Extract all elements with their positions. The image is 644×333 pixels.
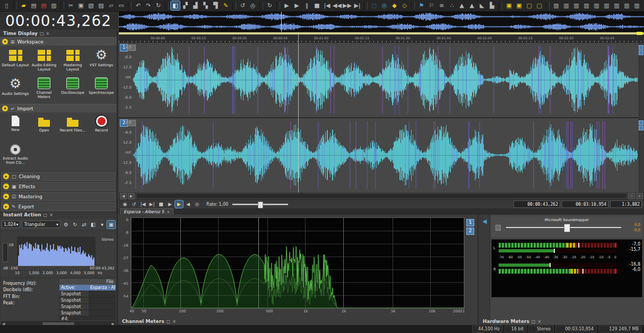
cut-icon[interactable]: ✂ [66,1,75,10]
save-as-icon[interactable]: ▤ [39,1,48,10]
lock-time-icon[interactable]: ▢ [535,1,544,10]
mastering-layout[interactable]: Mastering Layout [59,47,86,75]
sound-device-icon[interactable]: ▥ [602,1,611,10]
stop-icon[interactable]: ■ [312,1,321,10]
section-effects[interactable]: ▸▣Effects [1,182,116,191]
event-tool-icon[interactable]: ◇ [400,1,409,10]
open[interactable]: Open [30,114,58,142]
crossfade-icon[interactable]: ∴ [447,1,456,10]
scroll-track[interactable] [136,193,627,199]
save-all-icon[interactable]: ▥ [49,1,58,10]
repeat-icon[interactable]: ↻ [154,1,163,10]
channel-meters[interactable]: Channel Meters [30,76,58,103]
fft-size-select[interactable]: 1,024▾ [2,221,20,228]
zoom-in-time-button[interactable]: + [636,193,643,199]
select-start-icon[interactable]: ▲ [457,1,466,10]
chevron-down-icon[interactable]: ▾ [2,106,8,111]
chevron-right-icon[interactable]: ▸ [3,183,9,189]
workspace-section-header[interactable]: ▾ ⊞ Workspace [0,37,117,46]
audio-editing-layout[interactable]: Audio Editing Layout [30,47,58,75]
speaker-icon[interactable]: ◀ [482,218,486,325]
refresh-icon[interactable]: ↻ [265,1,274,10]
new-file-icon[interactable]: ▯ [2,1,11,10]
shuttle-icon[interactable]: ◎ [248,1,257,10]
phase-scope-icon[interactable]: ▥ [572,1,581,10]
close-icon[interactable]: × [49,213,53,217]
spectrum-graph-canvas[interactable] [17,236,95,266]
extract-audio-from-cd[interactable]: Extract Audio from CD... [2,143,29,170]
lock-loop-icon[interactable]: ▣ [504,1,514,10]
section-mastering[interactable]: ▸☑Mastering [1,192,116,201]
chevron-right-icon[interactable]: ▸ [3,194,9,199]
time-display-tab[interactable]: Time Display □ × [0,30,117,37]
close-icon[interactable]: × [46,31,50,36]
hold-peaks-icon[interactable]: ◧ [89,221,97,229]
record-icon[interactable]: ◉ [121,200,129,208]
lock-markers-icon[interactable]: ▣ [515,1,524,10]
loop-region-bar[interactable] [119,32,644,34]
mute-icon[interactable]: ◀ [184,200,192,208]
rate-slider[interactable] [232,204,288,205]
play-plugin-chain-icon[interactable]: ▶ [175,200,183,208]
play-icon[interactable]: ▶ [292,1,301,10]
loop-region-end-marker[interactable] [637,32,642,35]
resample-icon[interactable]: ▞ [181,1,190,10]
undo-icon[interactable]: ↶ [134,1,143,10]
lock-icon[interactable]: ▣ [107,221,115,229]
close-icon[interactable]: × [167,210,170,214]
table-row[interactable]: Snapshot #3: [59,304,116,310]
channel-1-button[interactable]: 1 [466,219,474,226]
zoom-tool-icon[interactable]: ◌ [370,1,379,10]
new[interactable]: New [2,114,29,142]
audio-settings[interactable]: Audio Settings [2,76,29,103]
magnify-selection-icon[interactable]: ◎ [380,1,389,10]
sync-channels-icon[interactable]: ⇄ [80,221,88,229]
waveform-canvas-1[interactable] [133,45,638,115]
recent-files[interactable]: Recent Files... [59,114,86,142]
section-export[interactable]: ▸✎Export [1,202,116,211]
output-gain-handle[interactable] [564,224,570,232]
record[interactable]: Record [88,114,115,142]
go-to-end-icon[interactable]: ▶| [148,200,156,208]
output-gain-slider[interactable] [506,227,621,228]
spectral-edit-icon[interactable]: ▜ [211,1,220,10]
open-icon[interactable]: ▰ [19,1,28,10]
zoom-in-vertical-button[interactable] [639,45,643,50]
auto-ripple-icon[interactable]: ≡ [437,1,446,10]
channel-meters-graph[interactable] [130,217,465,309]
overview-waveform-left[interactable] [119,12,644,22]
chevron-right-icon[interactable]: ▸ [3,173,9,179]
scrub-icon[interactable]: ◎ [193,200,201,208]
table-row[interactable]: Active:Esparza - Albeniz [59,285,116,291]
rewind-icon[interactable]: ◀◀ [333,1,342,10]
mix-icon[interactable]: ▱ [107,1,116,10]
redo-icon[interactable]: ↷ [144,1,153,10]
copy-icon[interactable]: ▣ [76,1,85,10]
play-icon[interactable]: ▶ [166,200,174,208]
channel-meters-tab[interactable]: Channel Meters □ × [119,318,179,325]
section-cleaning[interactable]: ▸▢Cleaning [1,172,116,181]
vst-settings[interactable]: VST Settings [88,47,115,75]
preferences-icon[interactable]: ▥ [632,1,641,10]
menu-icon[interactable]: ▾ [98,221,106,229]
zoom-out-vertical-button[interactable] [639,126,643,130]
mono-compat-icon[interactable]: ▥ [582,1,591,10]
trim-icon[interactable]: ▭ [117,1,126,10]
scroll-left-icon[interactable]: ◀ [120,193,127,199]
table-row[interactable]: Snapshot #1: [59,291,116,297]
select-mid-icon[interactable]: ▲ [467,1,476,10]
statistics-icon[interactable]: ▚ [201,1,210,10]
peak-meter-icon[interactable]: ▥ [562,1,571,10]
document-tab[interactable]: Esparza - Albeniz 5 × [120,208,173,215]
refresh-icon[interactable]: ↻ [71,221,79,229]
instant-action-tab[interactable]: Instant Action □ × [0,211,117,218]
select-end-icon[interactable]: ◣ [477,1,486,10]
rate-slider-handle[interactable] [258,201,263,208]
channel-2-button[interactable]: 2 [466,227,474,235]
overview-waveform-right[interactable] [119,22,644,32]
float-window-icon[interactable]: □ [40,31,44,36]
float-window-icon[interactable]: □ [166,319,170,324]
scroll-right-icon[interactable]: ▶ [128,193,135,199]
oscilloscope[interactable]: Oscilloscope [59,76,86,103]
channel-converter-icon[interactable]: ◧ [171,1,180,10]
